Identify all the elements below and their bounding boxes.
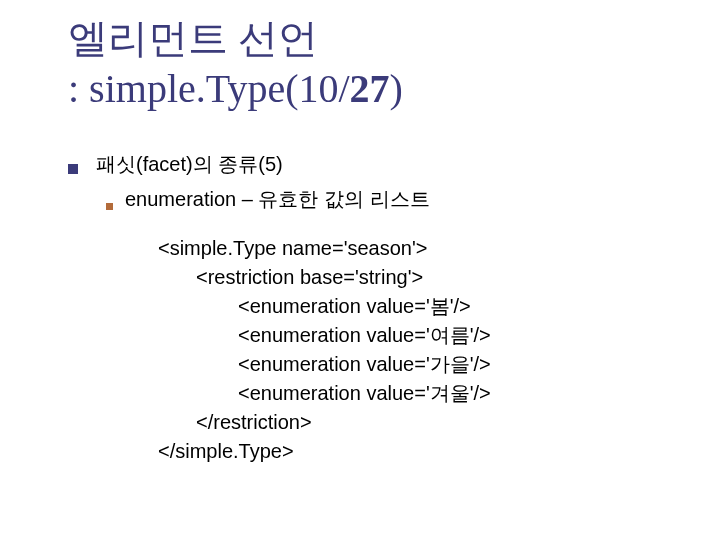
title-line2-prefix: : simple.Type(10/ [68, 66, 350, 111]
square-bullet-icon [68, 164, 78, 174]
code-line-7: </restriction> [158, 408, 491, 437]
slide-title: 엘리먼트 선언 : simple.Type(10/27) [68, 14, 403, 114]
code-line-8: </simple.Type> [158, 437, 491, 466]
bullet1-text: 패싯(facet)의 종류(5) [96, 150, 283, 179]
title-line1: 엘리먼트 선언 [68, 14, 403, 64]
title-line2-bold: 27 [350, 66, 390, 111]
code-line-5: <enumeration value='가을'/> [158, 350, 491, 379]
code-line-2: <restriction base='string'> [158, 263, 491, 292]
title-line2: : simple.Type(10/27) [68, 64, 403, 114]
code-line-1: <simple.Type name='season'> [158, 234, 491, 263]
bullet-level1: 패싯(facet)의 종류(5) [68, 150, 491, 179]
bullet2-text: enumeration – 유효한 값의 리스트 [125, 185, 430, 214]
square-bullet-small-icon [106, 203, 113, 210]
slide: 엘리먼트 선언 : simple.Type(10/27) 패싯(facet)의 … [0, 0, 720, 540]
code-line-3: <enumeration value='봄'/> [158, 292, 491, 321]
code-block: <simple.Type name='season'> <restriction… [158, 234, 491, 466]
bullet-level2: enumeration – 유효한 값의 리스트 [106, 185, 491, 214]
body-content: 패싯(facet)의 종류(5) enumeration – 유효한 값의 리스… [68, 150, 491, 466]
title-line2-suffix: ) [390, 66, 403, 111]
code-line-4: <enumeration value='여름'/> [158, 321, 491, 350]
code-line-6: <enumeration value='겨울'/> [158, 379, 491, 408]
